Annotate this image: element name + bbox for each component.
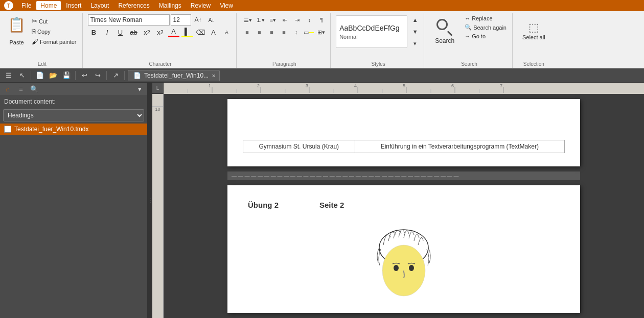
format-painter-icon: 🖌 <box>32 38 38 45</box>
ruler-row: L 1 2 3 4 5 <box>152 83 644 94</box>
cut-button[interactable]: ✂ Cut <box>29 16 79 26</box>
tree-checkbox[interactable] <box>4 126 11 133</box>
superscript-button[interactable]: x2 <box>154 27 167 38</box>
ruler-corner: L <box>152 83 164 94</box>
paragraph-group: ☰▾ 1.▾ ≡▾ ⇤ ⇥ ↕ ¶ ≡ ≡ ≡ ≡ ↕ ▭ ⊞▾ Parag <box>239 13 331 68</box>
paste-button[interactable]: 📋 Paste <box>5 14 28 47</box>
large-caps-button[interactable]: A <box>208 27 220 38</box>
menu-mailings[interactable]: Mailings <box>155 1 186 10</box>
bullets-button[interactable]: ☰▾ <box>242 16 254 25</box>
panel-toolbar: ⌂ ≡ 🔍 ▾ <box>0 83 147 96</box>
toolbar-undo[interactable]: ↩ <box>79 70 90 81</box>
italic-button[interactable]: I <box>101 27 113 38</box>
styles-group: AaBbCcDdEeFfGg Normal ▲ ▼ ▾ Styles <box>333 13 424 68</box>
app-logo: T <box>4 1 13 10</box>
menu-references[interactable]: References <box>114 1 153 10</box>
doc-canvas[interactable]: Gymnasium St. Ursula (Krau) Einführung i… <box>164 94 644 318</box>
toolbar-hamburger[interactable]: ☰ <box>3 70 14 81</box>
font-shrink-button[interactable]: A↓ <box>205 14 218 26</box>
page1-content: Gymnasium St. Ursula (Krau) Einführung i… <box>227 99 580 168</box>
paragraph-group-label: Paragraph <box>239 61 331 67</box>
format-painter-button[interactable]: 🖌 Format painter <box>29 37 79 46</box>
panel-search-btn[interactable]: 🔍 <box>29 84 40 95</box>
toolbar-redo[interactable]: ↪ <box>92 70 103 81</box>
clipboard-group-label: Edit <box>2 61 82 67</box>
style-preview-text: AaBbCcDdEeFfGg <box>339 23 404 34</box>
toolbar-save[interactable]: 💾 <box>61 70 72 81</box>
search-again-button[interactable]: 🔍 Search again <box>462 23 509 32</box>
horizontal-ruler: 1 2 3 4 5 6 7 <box>164 83 644 94</box>
search-group: Search ↔ Replace 🔍 Search again → Go to <box>426 13 513 68</box>
menu-layout[interactable]: Layout <box>86 1 113 10</box>
toolbar-sep4 <box>124 71 125 80</box>
strikethrough-button[interactable]: ab <box>128 27 140 38</box>
tree-item-doc[interactable]: Testdatei_fuer_Win10.tmdx <box>0 124 147 135</box>
toolbar-cursor[interactable]: ↖ <box>16 70 28 81</box>
svg-text:7: 7 <box>500 83 502 88</box>
toolbar-new[interactable]: 📄 <box>34 70 45 81</box>
line-spacing-button[interactable]: ↕ <box>291 27 302 38</box>
menu-home[interactable]: Home <box>36 1 61 10</box>
ribbon-content: 📋 Paste ✂ Cut ⎘ Copy 🖌 Format pain <box>0 11 644 68</box>
underline-button[interactable]: U <box>114 27 127 38</box>
subscript-button[interactable]: x2 <box>141 27 153 38</box>
borders-button[interactable]: ⊞▾ <box>315 28 327 37</box>
tree-item-label: Testdatei_fuer_Win10.tmdx <box>14 126 88 133</box>
menu-bar: T File Home Insert Layout References Mai… <box>0 0 644 11</box>
menu-insert[interactable]: Insert <box>62 1 85 10</box>
panel-expand-btn[interactable]: ▾ <box>134 84 145 95</box>
justify-button[interactable]: ≡ <box>279 27 290 38</box>
page2-content: Übung 2 Seite 2 <box>227 185 580 316</box>
menu-file[interactable]: File <box>17 1 35 10</box>
shading-button[interactable]: ▭ <box>303 27 314 38</box>
search-label: Search <box>435 37 454 44</box>
small-caps-button[interactable]: A <box>221 27 233 38</box>
styles-expand[interactable]: ▾ <box>409 38 421 49</box>
panel-title: Document content: <box>0 96 147 107</box>
replace-icon: ↔ <box>465 15 470 21</box>
decrease-indent-button[interactable]: ⇤ <box>279 14 290 26</box>
header-cell-subject: Einführung in ein Textverarbeitungsprogr… <box>355 140 564 153</box>
font-color-button[interactable]: A <box>168 27 180 38</box>
menu-review[interactable]: Review <box>187 1 215 10</box>
outline-button[interactable]: ≡▾ <box>268 16 278 25</box>
align-left-button[interactable]: ≡ <box>242 27 253 38</box>
bold-button[interactable]: B <box>88 27 100 38</box>
panel-home-btn[interactable]: ⌂ <box>2 84 13 95</box>
align-right-button[interactable]: ≡ <box>266 27 278 38</box>
search-again-icon: 🔍 <box>465 24 472 31</box>
panel-splitter[interactable]: ⋮ <box>148 83 152 318</box>
toolbar-open[interactable]: 📂 <box>48 70 59 81</box>
align-center-button[interactable]: ≡ <box>254 27 265 38</box>
increase-indent-button[interactable]: ⇥ <box>291 14 303 26</box>
styles-panel[interactable]: AaBbCcDdEeFfGg Normal <box>336 15 407 48</box>
copy-button[interactable]: ⎘ Copy <box>29 27 79 36</box>
show-marks-button[interactable]: ¶ <box>316 14 327 26</box>
headings-select[interactable]: Headings <box>3 109 144 121</box>
styles-scroll-down[interactable]: ▼ <box>409 26 421 37</box>
font-name-input[interactable] <box>88 14 170 26</box>
search-button[interactable]: Search <box>429 14 460 47</box>
doc-header-table: Gymnasium St. Ursula (Krau) Einführung i… <box>243 140 565 153</box>
goto-icon: → <box>465 33 470 39</box>
toolbar-pointer[interactable]: ↗ <box>110 70 121 81</box>
highlight-button[interactable]: ▌ <box>181 27 193 38</box>
clear-format-button[interactable]: ⌫ <box>194 27 206 38</box>
doc-tab-close[interactable]: ✕ <box>212 73 216 79</box>
doc-tab[interactable]: 📄 Testdatei_fuer_Win10... ✕ <box>128 70 220 81</box>
main-layout: ⌂ ≡ 🔍 ▾ Document content: Headings Testd… <box>0 83 644 318</box>
menu-view[interactable]: View <box>216 1 237 10</box>
toolbar-sep1 <box>31 71 31 80</box>
sort-button[interactable]: ↕ <box>304 14 315 26</box>
panel-list-btn[interactable]: ≡ <box>15 84 27 95</box>
select-all-button[interactable]: ⬚ Select all <box>518 14 550 47</box>
content-area: L 1 2 3 4 5 <box>152 83 644 318</box>
goto-button[interactable]: → Go to <box>462 32 509 40</box>
ubung-label: Übung 2 <box>248 201 279 209</box>
replace-button[interactable]: ↔ Replace <box>462 14 509 22</box>
numbering-button[interactable]: 1.▾ <box>255 16 267 25</box>
svg-text:6: 6 <box>451 83 454 88</box>
font-size-input[interactable] <box>171 14 191 26</box>
styles-scroll-up[interactable]: ▲ <box>409 14 421 26</box>
font-grow-button[interactable]: A↑ <box>192 14 204 26</box>
